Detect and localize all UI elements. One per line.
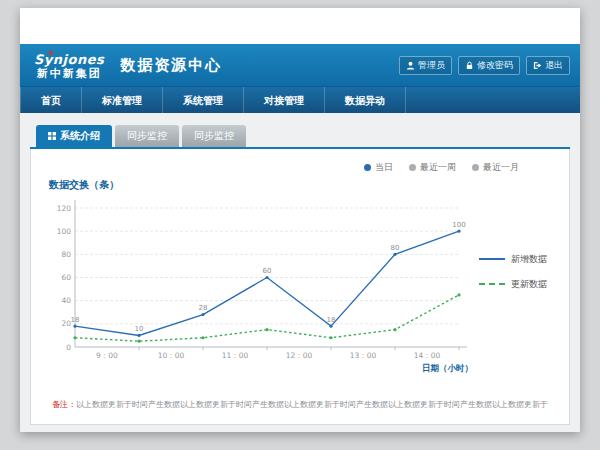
dot-icon (364, 164, 371, 171)
filter-today-label: 当日 (375, 161, 393, 174)
svg-text:80: 80 (391, 244, 400, 252)
tab-label: 同步监控 (127, 129, 167, 143)
tab-system-intro[interactable]: 系统介绍 (36, 125, 112, 147)
footnote: 备注：以上数据更新于时间产生数据以上数据更新于时间产生数据以上数据更新于时间产生… (43, 399, 557, 410)
series-legend-item-new[interactable]: 新增数据 (479, 253, 547, 266)
page-title: 数据资源中心 (120, 56, 222, 75)
svg-text:28: 28 (199, 304, 208, 312)
tab-sync-monitor-2[interactable]: 同步监控 (182, 125, 246, 147)
logo-brand: Synjones (34, 53, 104, 67)
lock-icon (465, 61, 474, 70)
admin-user-label: 管理员 (418, 59, 445, 72)
user-icon (406, 61, 415, 70)
y-axis-title: 数据交换（条） (49, 178, 555, 192)
svg-text:80: 80 (61, 250, 71, 259)
filter-last-month-label: 最近一月 (483, 161, 519, 174)
nav-item-system-mgmt[interactable]: 系统管理 (163, 87, 244, 114)
grid-icon (48, 132, 56, 140)
time-filter-legend: 当日 最近一周 最近一月 (45, 161, 519, 174)
series-label-update: 更新数据 (511, 278, 547, 291)
svg-text:10: 10 (135, 325, 144, 333)
filter-last-month[interactable]: 最近一月 (472, 161, 519, 174)
series-legend: 新增数据 更新数据 (479, 253, 547, 291)
svg-text:100: 100 (57, 227, 72, 236)
svg-text:13：00: 13：00 (350, 351, 377, 360)
svg-text:60: 60 (61, 273, 71, 282)
content-area: 系统介绍 同步监控 同步监控 当日 最近一周 (20, 113, 580, 432)
logo-brand-text: Synjones (34, 52, 104, 67)
filter-today[interactable]: 当日 (364, 161, 393, 174)
tab-sync-monitor-1[interactable]: 同步监控 (115, 125, 179, 147)
svg-text:0: 0 (66, 343, 71, 352)
svg-text:60: 60 (263, 267, 272, 275)
dot-icon (472, 164, 479, 171)
browser-strip (20, 8, 580, 44)
chart-card: 当日 最近一周 最近一月 数据交换（条） 0204060801001209：00… (30, 149, 570, 425)
tab-bar: 系统介绍 同步监控 同步监控 (30, 125, 570, 149)
tab-label: 同步监控 (194, 129, 234, 143)
filter-last-week-label: 最近一周 (420, 161, 456, 174)
svg-text:11：00: 11：00 (222, 351, 249, 360)
app-header: Synjones 新中新集团 数据资源中心 管理员 修改密码 退出 (20, 44, 580, 86)
svg-text:12：00: 12：00 (286, 351, 313, 360)
logo-subtitle: 新中新集团 (34, 68, 104, 80)
footnote-label: 备注： (52, 400, 76, 409)
svg-text:日期（小时）: 日期（小时） (422, 363, 473, 373)
svg-text:14：00: 14：00 (414, 351, 441, 360)
nav-item-standard-mgmt[interactable]: 标准管理 (82, 87, 163, 114)
change-password-button[interactable]: 修改密码 (458, 56, 520, 75)
footnote-text: 以上数据更新于时间产生数据以上数据更新于时间产生数据以上数据更新于时间产生数据以… (76, 400, 548, 409)
main-nav: 首页 标准管理 系统管理 对接管理 数据异动 (20, 86, 580, 114)
filter-last-week[interactable]: 最近一周 (409, 161, 456, 174)
admin-user-button[interactable]: 管理员 (399, 56, 452, 75)
svg-text:10：00: 10：00 (158, 351, 185, 360)
tab-label: 系统介绍 (60, 129, 100, 143)
app-window: Synjones 新中新集团 数据资源中心 管理员 修改密码 退出 首页 标准管… (20, 8, 580, 432)
series-label-new: 新增数据 (511, 253, 547, 266)
svg-text:18: 18 (71, 316, 80, 324)
svg-text:100: 100 (452, 221, 465, 229)
svg-text:18: 18 (327, 316, 336, 324)
svg-text:40: 40 (61, 296, 71, 305)
logout-button[interactable]: 退出 (526, 56, 570, 75)
nav-item-connection-mgmt[interactable]: 对接管理 (244, 87, 325, 114)
line-chart: 0204060801001209：0010：0011：0012：0013：001… (45, 192, 475, 377)
series-legend-item-update[interactable]: 更新数据 (479, 278, 547, 291)
change-password-label: 修改密码 (477, 59, 513, 72)
header-actions: 管理员 修改密码 退出 (399, 56, 570, 75)
nav-item-data-change[interactable]: 数据异动 (325, 87, 406, 114)
dot-icon (409, 164, 416, 171)
dashed-line-sample-icon (479, 283, 505, 285)
logout-icon (533, 61, 542, 70)
logout-label: 退出 (545, 59, 563, 72)
svg-text:9：00: 9：00 (96, 351, 118, 360)
chart-area: 0204060801001209：0010：0011：0012：0013：001… (45, 192, 555, 377)
svg-text:120: 120 (57, 204, 72, 213)
logo: Synjones 新中新集团 (34, 50, 104, 80)
nav-item-home[interactable]: 首页 (20, 87, 82, 114)
solid-line-sample-icon (479, 258, 505, 260)
